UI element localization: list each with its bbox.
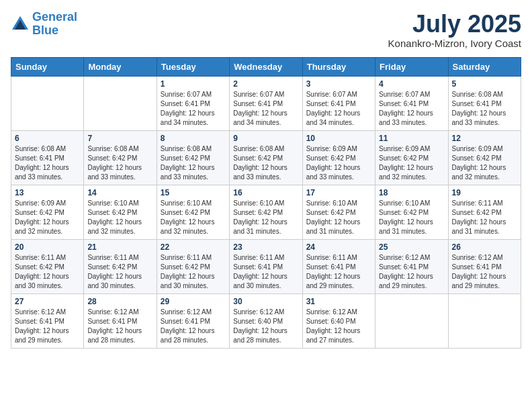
calendar-cell: 15Sunrise: 6:10 AM Sunset: 6:42 PM Dayli… xyxy=(157,185,229,239)
day-number: 9 xyxy=(233,134,298,143)
calendar-cell: 10Sunrise: 6:09 AM Sunset: 6:42 PM Dayli… xyxy=(302,130,375,185)
day-number: 8 xyxy=(161,134,226,143)
day-number: 14 xyxy=(87,188,152,197)
day-number: 24 xyxy=(306,242,371,252)
day-number: 30 xyxy=(233,297,298,306)
day-number: 5 xyxy=(452,79,517,89)
day-number: 21 xyxy=(87,242,152,252)
day-number: 3 xyxy=(306,79,371,89)
day-info: Sunrise: 6:12 AM Sunset: 6:41 PM Dayligh… xyxy=(15,308,80,345)
day-info: Sunrise: 6:12 AM Sunset: 6:41 PM Dayligh… xyxy=(452,253,517,291)
day-number: 4 xyxy=(379,79,444,89)
day-number: 1 xyxy=(161,79,226,89)
calendar-cell: 16Sunrise: 6:10 AM Sunset: 6:42 PM Dayli… xyxy=(230,185,302,239)
day-info: Sunrise: 6:08 AM Sunset: 6:42 PM Dayligh… xyxy=(161,144,226,182)
calendar-cell: 1Sunrise: 6:07 AM Sunset: 6:41 PM Daylig… xyxy=(157,76,229,130)
day-info: Sunrise: 6:10 AM Sunset: 6:42 PM Dayligh… xyxy=(306,199,371,236)
day-info: Sunrise: 6:12 AM Sunset: 6:41 PM Dayligh… xyxy=(379,253,444,291)
week-row-3: 13Sunrise: 6:09 AM Sunset: 6:42 PM Dayli… xyxy=(11,185,521,239)
weekday-header-tuesday: Tuesday xyxy=(157,57,229,76)
calendar-cell: 5Sunrise: 6:08 AM Sunset: 6:41 PM Daylig… xyxy=(448,76,521,130)
weekday-header-thursday: Thursday xyxy=(302,57,375,76)
calendar-cell: 9Sunrise: 6:08 AM Sunset: 6:42 PM Daylig… xyxy=(230,130,302,185)
day-info: Sunrise: 6:10 AM Sunset: 6:42 PM Dayligh… xyxy=(379,199,444,236)
calendar-cell xyxy=(448,293,521,348)
day-info: Sunrise: 6:07 AM Sunset: 6:41 PM Dayligh… xyxy=(233,90,298,128)
day-number: 15 xyxy=(161,188,226,197)
calendar-cell: 31Sunrise: 6:12 AM Sunset: 6:40 PM Dayli… xyxy=(302,293,375,348)
weekday-header-sunday: Sunday xyxy=(11,57,84,76)
calendar-cell: 17Sunrise: 6:10 AM Sunset: 6:42 PM Dayli… xyxy=(302,185,375,239)
day-info: Sunrise: 6:07 AM Sunset: 6:41 PM Dayligh… xyxy=(379,90,444,128)
day-number: 12 xyxy=(452,134,517,143)
day-info: Sunrise: 6:12 AM Sunset: 6:41 PM Dayligh… xyxy=(161,308,226,345)
day-info: Sunrise: 6:09 AM Sunset: 6:42 PM Dayligh… xyxy=(306,144,371,182)
calendar-cell: 28Sunrise: 6:12 AM Sunset: 6:41 PM Dayli… xyxy=(84,293,157,348)
calendar-cell: 14Sunrise: 6:10 AM Sunset: 6:42 PM Dayli… xyxy=(84,185,157,239)
weekday-header-friday: Friday xyxy=(375,57,448,76)
day-info: Sunrise: 6:09 AM Sunset: 6:42 PM Dayligh… xyxy=(15,199,80,236)
calendar-cell: 12Sunrise: 6:09 AM Sunset: 6:42 PM Dayli… xyxy=(448,130,521,185)
location-title: Konankro-Mizron, Ivory Coast xyxy=(388,38,521,49)
calendar-cell: 23Sunrise: 6:11 AM Sunset: 6:41 PM Dayli… xyxy=(230,239,302,293)
calendar-cell: 11Sunrise: 6:09 AM Sunset: 6:42 PM Dayli… xyxy=(375,130,448,185)
day-info: Sunrise: 6:09 AM Sunset: 6:42 PM Dayligh… xyxy=(452,144,517,182)
calendar-cell: 4Sunrise: 6:07 AM Sunset: 6:41 PM Daylig… xyxy=(375,76,448,130)
page-header: General Blue July 2025 Konankro-Mizron, … xyxy=(11,11,521,49)
week-row-1: 1Sunrise: 6:07 AM Sunset: 6:41 PM Daylig… xyxy=(11,76,521,130)
day-number: 11 xyxy=(379,134,444,143)
calendar-table: SundayMondayTuesdayWednesdayThursdayFrid… xyxy=(11,57,521,349)
day-info: Sunrise: 6:10 AM Sunset: 6:42 PM Dayligh… xyxy=(233,199,298,236)
logo-text: General Blue xyxy=(32,11,77,38)
calendar-cell: 30Sunrise: 6:12 AM Sunset: 6:40 PM Dayli… xyxy=(230,293,302,348)
calendar-cell: 24Sunrise: 6:11 AM Sunset: 6:41 PM Dayli… xyxy=(302,239,375,293)
day-number: 23 xyxy=(233,242,298,252)
day-number: 20 xyxy=(15,242,80,252)
day-number: 25 xyxy=(379,242,444,252)
calendar-cell: 25Sunrise: 6:12 AM Sunset: 6:41 PM Dayli… xyxy=(375,239,448,293)
weekday-header-wednesday: Wednesday xyxy=(230,57,302,76)
day-number: 2 xyxy=(233,79,298,89)
week-row-2: 6Sunrise: 6:08 AM Sunset: 6:41 PM Daylig… xyxy=(11,130,521,185)
calendar-cell: 20Sunrise: 6:11 AM Sunset: 6:42 PM Dayli… xyxy=(11,239,84,293)
day-number: 26 xyxy=(452,242,517,252)
calendar-cell: 13Sunrise: 6:09 AM Sunset: 6:42 PM Dayli… xyxy=(11,185,84,239)
day-info: Sunrise: 6:09 AM Sunset: 6:42 PM Dayligh… xyxy=(379,144,444,182)
day-number: 6 xyxy=(15,134,80,143)
day-number: 10 xyxy=(306,134,371,143)
calendar-cell: 22Sunrise: 6:11 AM Sunset: 6:42 PM Dayli… xyxy=(157,239,229,293)
day-number: 19 xyxy=(452,188,517,197)
weekday-header-monday: Monday xyxy=(84,57,157,76)
week-row-5: 27Sunrise: 6:12 AM Sunset: 6:41 PM Dayli… xyxy=(11,293,521,348)
calendar-cell: 26Sunrise: 6:12 AM Sunset: 6:41 PM Dayli… xyxy=(448,239,521,293)
day-info: Sunrise: 6:11 AM Sunset: 6:41 PM Dayligh… xyxy=(233,253,298,291)
calendar-cell: 7Sunrise: 6:08 AM Sunset: 6:42 PM Daylig… xyxy=(84,130,157,185)
day-info: Sunrise: 6:07 AM Sunset: 6:41 PM Dayligh… xyxy=(306,90,371,128)
day-info: Sunrise: 6:10 AM Sunset: 6:42 PM Dayligh… xyxy=(161,199,226,236)
day-info: Sunrise: 6:11 AM Sunset: 6:42 PM Dayligh… xyxy=(452,199,517,236)
weekday-header-saturday: Saturday xyxy=(448,57,521,76)
day-info: Sunrise: 6:11 AM Sunset: 6:42 PM Dayligh… xyxy=(87,253,152,291)
day-info: Sunrise: 6:11 AM Sunset: 6:42 PM Dayligh… xyxy=(161,253,226,291)
day-info: Sunrise: 6:11 AM Sunset: 6:42 PM Dayligh… xyxy=(15,253,80,291)
calendar-cell: 19Sunrise: 6:11 AM Sunset: 6:42 PM Dayli… xyxy=(448,185,521,239)
day-info: Sunrise: 6:08 AM Sunset: 6:41 PM Dayligh… xyxy=(15,144,80,182)
day-number: 18 xyxy=(379,188,444,197)
weekday-header-row: SundayMondayTuesdayWednesdayThursdayFrid… xyxy=(11,57,521,76)
day-number: 29 xyxy=(161,297,226,306)
title-block: July 2025 Konankro-Mizron, Ivory Coast xyxy=(388,11,521,49)
day-info: Sunrise: 6:10 AM Sunset: 6:42 PM Dayligh… xyxy=(87,199,152,236)
day-info: Sunrise: 6:08 AM Sunset: 6:41 PM Dayligh… xyxy=(452,90,517,128)
day-number: 17 xyxy=(306,188,371,197)
day-number: 7 xyxy=(87,134,152,143)
month-title: July 2025 xyxy=(388,11,521,38)
day-info: Sunrise: 6:11 AM Sunset: 6:41 PM Dayligh… xyxy=(306,253,371,291)
day-info: Sunrise: 6:12 AM Sunset: 6:40 PM Dayligh… xyxy=(306,308,371,345)
day-number: 22 xyxy=(161,242,226,252)
logo-icon xyxy=(11,15,30,34)
day-info: Sunrise: 6:12 AM Sunset: 6:41 PM Dayligh… xyxy=(87,308,152,345)
calendar-cell xyxy=(11,76,84,130)
day-info: Sunrise: 6:08 AM Sunset: 6:42 PM Dayligh… xyxy=(233,144,298,182)
day-number: 31 xyxy=(306,297,371,306)
logo: General Blue xyxy=(11,11,77,38)
